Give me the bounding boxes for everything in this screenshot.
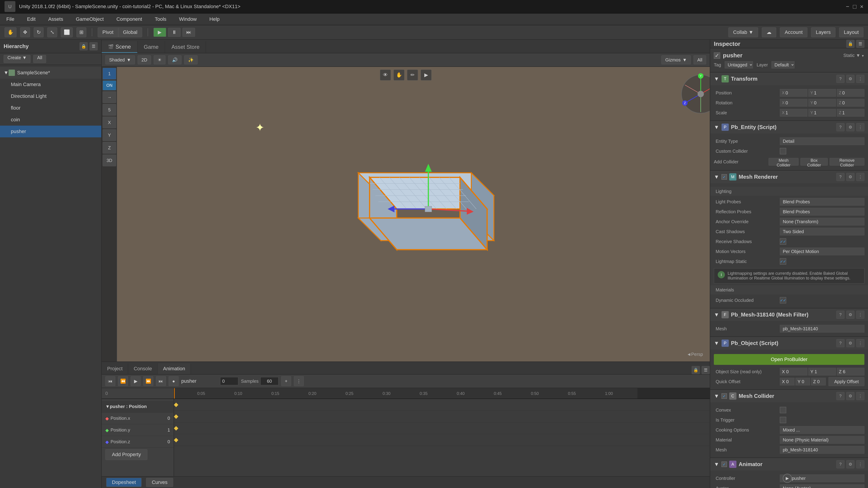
convex-checkbox[interactable] [780, 407, 786, 413]
hierarchy-item-directional-light[interactable]: Directional Light [0, 90, 101, 102]
tab-project[interactable]: Project [102, 363, 128, 374]
receive-shadows-checkbox[interactable]: ✓ [780, 238, 786, 245]
toolbar-move[interactable]: ✥ [20, 27, 30, 37]
pause-button[interactable]: ⏸ [168, 28, 181, 37]
tab-console[interactable]: Console [128, 363, 158, 374]
mesh-collider-menu[interactable]: ⋮ [856, 392, 864, 400]
side-tool-z[interactable]: Z [103, 142, 116, 154]
keyframe-y[interactable] [174, 426, 178, 431]
reflection-probes-value[interactable]: Blend Probes [780, 208, 864, 216]
keyframe-0[interactable] [174, 402, 178, 407]
is-trigger-checkbox[interactable] [780, 417, 786, 423]
scale-x-field[interactable]: X 1 [780, 109, 807, 117]
mesh-collider-settings[interactable]: ⚙ [846, 392, 855, 400]
pb-object-header[interactable]: ▼ P Pb_Object (Script) ? ⚙ ⋮ [710, 337, 868, 350]
tag-select[interactable]: Untagged [725, 61, 753, 68]
pb-entity-help[interactable]: ? [836, 123, 844, 131]
light-probes-value[interactable]: Blend Probes [780, 198, 864, 205]
position-x-field[interactable]: X 0 [780, 89, 807, 97]
2d-mode-button[interactable]: 2D [138, 55, 151, 64]
lightmap-static-checkbox[interactable]: ✓ [780, 258, 786, 265]
track-pusher-position[interactable]: ▼ pusher : Position [102, 401, 174, 413]
hierarchy-item-coin[interactable]: coin [0, 114, 101, 126]
maximize-button[interactable]: □ [853, 3, 857, 10]
rotation-x-field[interactable]: X 0 [780, 99, 807, 107]
hierarchy-lock[interactable]: 🔒 [80, 42, 88, 51]
side-tool-x[interactable]: X [103, 117, 116, 128]
scale-z-field[interactable]: Z 1 [837, 109, 864, 117]
play-button[interactable]: ▶ [153, 28, 166, 37]
view-icon-pencil[interactable]: ✏ [407, 70, 418, 80]
side-tool-5[interactable]: 5 [103, 104, 116, 116]
entity-type-value[interactable]: Detail [780, 137, 864, 145]
vfx-button[interactable]: ✨ [184, 55, 197, 64]
dopesheet-tab[interactable]: Dopesheet [106, 478, 142, 487]
keyframe-x[interactable] [174, 414, 178, 419]
remove-collider-button[interactable]: Remove Collider [830, 158, 864, 166]
animator-enabled-checkbox[interactable]: ✓ [721, 462, 727, 467]
toolbar-hand[interactable]: ✋ [4, 27, 17, 37]
side-tool-move[interactable]: → [103, 91, 116, 103]
anim-play-button[interactable]: ▶ [131, 376, 141, 386]
layer-select[interactable]: Default [772, 61, 795, 68]
menu-tools[interactable]: Tools [153, 15, 168, 23]
timeline-ruler-track[interactable]: 0:05 0:10 0:15 0:20 0:25 0:30 0:35 0:40 … [174, 388, 638, 398]
quick-offset-x[interactable]: X 0 [780, 378, 795, 385]
layers-button[interactable]: Layers [811, 27, 835, 37]
account-button[interactable]: Account [780, 27, 807, 37]
pb-entity-header[interactable]: ▼ P Pb_Entity (Script) ? ⚙ ⋮ [710, 121, 868, 133]
anim-prev-frame-button[interactable]: ⏪ [118, 376, 128, 386]
shading-mode-button[interactable]: Shaded ▼ [105, 55, 135, 64]
custom-collider-checkbox[interactable] [780, 148, 786, 154]
position-z-field[interactable]: Z 0 [837, 89, 864, 97]
view-icon-hand[interactable]: ✋ [394, 70, 404, 80]
menu-edit[interactable]: Edit [25, 15, 37, 23]
3d-viewport[interactable]: 1 ON → 5 X Y Z 3D 👁 ✋ ✏ ▶ [102, 67, 710, 361]
mesh-filter-settings[interactable]: ⚙ [846, 311, 855, 319]
samples-input[interactable]: 60 [260, 377, 278, 385]
controller-value[interactable]: ▶ pusher [780, 475, 864, 482]
hierarchy-menu[interactable]: ☰ [90, 42, 98, 51]
side-tool-3d[interactable]: 3D [103, 155, 116, 166]
rotation-z-field[interactable]: Z 0 [837, 99, 864, 107]
dynamic-occluded-checkbox[interactable]: ✓ [780, 297, 786, 303]
rotation-y-field[interactable]: Y 0 [808, 99, 836, 107]
track-content[interactable] [174, 399, 710, 476]
quick-offset-y[interactable]: Y 0 [796, 378, 810, 385]
layout-button[interactable]: Layout [839, 27, 864, 37]
pb-object-settings[interactable]: ⚙ [846, 339, 855, 347]
object-active-checkbox[interactable]: ✓ [714, 53, 720, 59]
cast-shadows-value[interactable]: Two Sided [780, 228, 864, 235]
pb-object-menu[interactable]: ⋮ [856, 339, 864, 347]
anim-next-frame-button[interactable]: ⏩ [143, 376, 153, 386]
menu-assets[interactable]: Assets [46, 15, 65, 23]
animator-settings[interactable]: ⚙ [846, 460, 855, 468]
open-probuilder-button[interactable]: Open ProBuilder [714, 354, 864, 365]
side-tool-1[interactable]: 1 [103, 68, 116, 79]
menu-window[interactable]: Window [177, 15, 198, 23]
motion-vectors-value[interactable]: Per Object Motion [780, 248, 864, 255]
toolbar-transform[interactable]: ⊞ [76, 27, 86, 37]
view-icon-eye[interactable]: 👁 [380, 70, 391, 80]
anim-rewind-button[interactable]: ⏮ [105, 376, 115, 386]
animator-header[interactable]: ▼ ✓ A Animator ? ⚙ ⋮ [710, 458, 868, 470]
curves-tab[interactable]: Curves [146, 478, 173, 487]
toolbar-rotate[interactable]: ↻ [34, 27, 43, 37]
position-y-field[interactable]: Y 1 [808, 89, 836, 97]
mesh-collider-enabled-checkbox[interactable]: ✓ [721, 393, 727, 399]
tab-game[interactable]: Game [137, 41, 165, 53]
anim-options-button[interactable]: ⋮ [294, 376, 304, 386]
menu-file[interactable]: File [4, 15, 16, 23]
menu-component[interactable]: Component [115, 15, 144, 23]
mesh-renderer-checkbox[interactable]: ✓ [721, 174, 727, 180]
anchor-override-value[interactable]: None (Transform) [780, 218, 864, 225]
transform-menu[interactable]: ⋮ [856, 75, 864, 83]
menu-help[interactable]: Help [208, 15, 221, 23]
cloud-button[interactable]: ☁ [762, 27, 776, 37]
scale-y-field[interactable]: Y 1 [808, 109, 836, 117]
transform-header[interactable]: ▼ T Transform ? ⚙ ⋮ [710, 72, 868, 85]
tab-asset-store[interactable]: Asset Store [165, 41, 206, 53]
side-tool-on[interactable]: ON [103, 80, 116, 90]
add-property-button[interactable]: Add Property [105, 449, 147, 460]
bottom-panel-menu[interactable]: ☰ [702, 366, 710, 374]
